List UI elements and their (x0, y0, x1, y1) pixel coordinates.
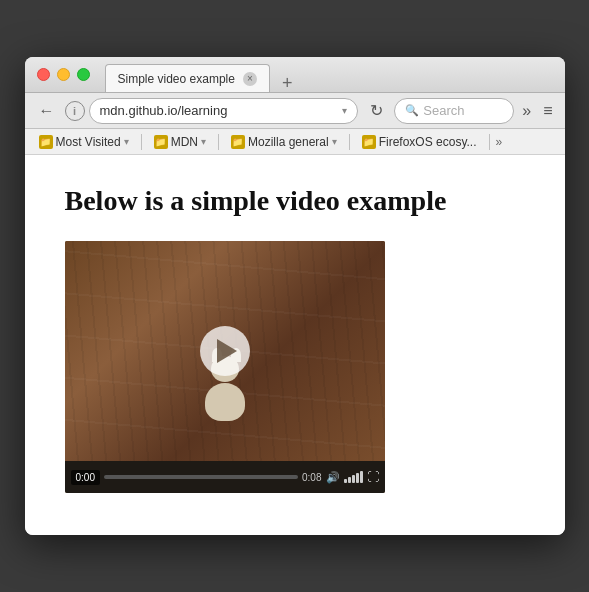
new-tab-button[interactable]: + (274, 74, 301, 92)
bookmarks-overflow-icon[interactable]: » (496, 135, 503, 149)
bookmark-folder-icon: 📁 (39, 135, 53, 149)
bookmark-dropdown-icon: ▾ (124, 136, 129, 147)
vol-bar-2 (348, 477, 351, 483)
menu-button[interactable]: ≡ (539, 102, 556, 120)
vol-bar-3 (352, 475, 355, 483)
bookmark-label: Most Visited (56, 135, 121, 149)
bookmark-label-4: FirefoxOS ecosy... (379, 135, 477, 149)
back-icon: ← (39, 102, 55, 120)
bookmark-dropdown-icon-3: ▾ (332, 136, 337, 147)
play-button[interactable] (200, 326, 250, 376)
bookmark-mozilla-general[interactable]: 📁 Mozilla general ▾ (225, 133, 343, 151)
bookmark-firefoxos[interactable]: 📁 FirefoxOS ecosy... (356, 133, 483, 151)
volume-bars (344, 471, 363, 483)
content-area: Below is a simple video example 0:00 (25, 155, 565, 535)
fullscreen-button[interactable]: ⛶ (367, 470, 379, 484)
bookmark-label-3: Mozilla general (248, 135, 329, 149)
back-button[interactable]: ← (33, 97, 61, 125)
traffic-lights (37, 68, 90, 81)
maximize-button[interactable] (77, 68, 90, 81)
search-placeholder: Search (423, 103, 464, 118)
bookmark-folder-icon-3: 📁 (231, 135, 245, 149)
refresh-icon: ↻ (370, 101, 383, 120)
url-dropdown-icon: ▾ (342, 105, 347, 116)
tab-label: Simple video example (118, 72, 235, 86)
refresh-button[interactable]: ↻ (362, 97, 390, 125)
vol-bar-1 (344, 479, 347, 483)
time-total: 0:08 (302, 472, 321, 483)
bookmark-dropdown-icon-2: ▾ (201, 136, 206, 147)
bookmark-folder-icon-2: 📁 (154, 135, 168, 149)
vol-bar-5 (360, 471, 363, 483)
url-text: mdn.github.io/learning (100, 103, 339, 118)
bookmark-separator-3 (349, 134, 350, 150)
minimize-button[interactable] (57, 68, 70, 81)
time-current: 0:00 (71, 470, 100, 485)
vol-bar-4 (356, 473, 359, 483)
bookmark-separator-4 (489, 134, 490, 150)
title-bar: Simple video example × + (25, 57, 565, 93)
nav-bar: ← i mdn.github.io/learning ▾ ↻ 🔍 Search … (25, 93, 565, 129)
bookmark-mdn[interactable]: 📁 MDN ▾ (148, 133, 212, 151)
progress-bar[interactable] (104, 475, 298, 479)
search-icon: 🔍 (405, 104, 419, 117)
page-heading: Below is a simple video example (65, 185, 525, 217)
search-bar[interactable]: 🔍 Search (394, 98, 514, 124)
video-container: 0:00 0:08 🔊 ⛶ (65, 241, 385, 493)
browser-window: Simple video example × + ← i mdn.github.… (25, 57, 565, 535)
volume-icon[interactable]: 🔊 (326, 471, 340, 484)
active-tab[interactable]: Simple video example × (105, 64, 270, 92)
overflow-button[interactable]: » (518, 102, 535, 120)
bookmarks-bar: 📁 Most Visited ▾ 📁 MDN ▾ 📁 Mozilla gener… (25, 129, 565, 155)
bookmark-separator (141, 134, 142, 150)
bookmark-label-2: MDN (171, 135, 198, 149)
animal-body (205, 383, 245, 421)
info-button[interactable]: i (65, 101, 85, 121)
url-bar[interactable]: mdn.github.io/learning ▾ (89, 98, 359, 124)
video-frame[interactable] (65, 241, 385, 461)
bookmark-most-visited[interactable]: 📁 Most Visited ▾ (33, 133, 135, 151)
close-button[interactable] (37, 68, 50, 81)
bookmark-separator-2 (218, 134, 219, 150)
play-icon (217, 339, 237, 363)
tab-close-button[interactable]: × (243, 72, 257, 86)
bookmark-folder-icon-4: 📁 (362, 135, 376, 149)
tab-area: Simple video example × + (105, 57, 301, 92)
video-controls: 0:00 0:08 🔊 ⛶ (65, 461, 385, 493)
info-icon: i (73, 105, 76, 117)
